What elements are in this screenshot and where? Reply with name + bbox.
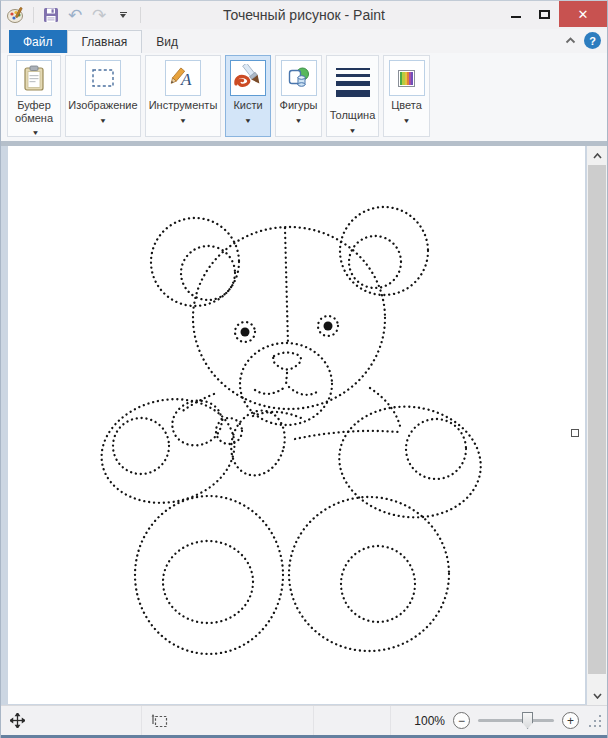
maximize-button[interactable]: [530, 1, 559, 27]
tools-icon: A: [165, 60, 201, 96]
close-button[interactable]: ✕: [559, 1, 607, 27]
chevron-up-icon: [593, 153, 602, 159]
chevron-down-icon: ▼: [32, 127, 40, 137]
zoom-level: 100%: [414, 714, 445, 728]
redo-icon: ↷: [92, 7, 106, 24]
plus-icon: +: [567, 715, 574, 727]
palette-icon: [389, 60, 425, 96]
minimize-icon: [511, 16, 521, 18]
quick-access-toolbar: ↶ ↷: [1, 5, 144, 25]
tab-home[interactable]: Главная: [67, 30, 143, 53]
group-label: Цвета▼: [389, 99, 424, 127]
shapes-icon: [281, 60, 317, 96]
selection-size-cell: [142, 706, 314, 735]
group-label: Изображение▼: [66, 99, 139, 127]
minimize-button[interactable]: [501, 1, 530, 27]
group-clipboard[interactable]: Буфер обмена▼: [7, 55, 61, 137]
zoom-slider[interactable]: [478, 712, 554, 729]
help-button[interactable]: ?: [584, 32, 601, 49]
chevron-down-icon: [120, 12, 127, 18]
title-bar: Точечный рисунок - Paint: [1, 1, 607, 29]
zoom-slider-thumb[interactable]: [522, 712, 533, 729]
collapse-ribbon-button[interactable]: [564, 37, 576, 45]
vertical-scrollbar[interactable]: [587, 146, 607, 705]
ribbon: Буфер обмена▼ Изображение▼ A: [1, 53, 607, 141]
group-line-width[interactable]: Толщина▼: [326, 55, 379, 137]
cursor-position-cell: [1, 706, 142, 735]
brush-icon: [230, 60, 266, 96]
minus-icon: −: [458, 715, 465, 727]
paint-window: Точечный рисунок - Paint: [0, 0, 608, 738]
undo-button[interactable]: ↶: [65, 5, 85, 25]
divider: [33, 7, 34, 23]
group-tools[interactable]: A Инструменты▼: [145, 55, 221, 137]
chevron-down-icon: ▼: [233, 115, 262, 125]
selection-icon: [85, 60, 121, 96]
chevron-down-icon: ▼: [68, 115, 137, 125]
save-icon: [43, 7, 59, 23]
scrollbar-thumb[interactable]: [588, 165, 606, 674]
status-bar: 100% − +: [1, 705, 607, 735]
ribbon-tab-strip: Файл Главная Вид ?: [1, 29, 607, 53]
group-label: Инструменты▼: [147, 99, 220, 127]
ribbon-controls: ?: [564, 32, 601, 49]
help-icon: ?: [589, 35, 596, 47]
scroll-down-button[interactable]: [587, 686, 607, 705]
redo-button[interactable]: ↷: [89, 5, 109, 25]
maximize-icon: [539, 10, 550, 19]
drawing-canvas[interactable]: [8, 146, 585, 704]
group-label: Буфер обмена▼: [8, 99, 60, 139]
window-controls: ✕: [501, 1, 607, 29]
tab-view[interactable]: Вид: [142, 30, 192, 53]
group-image[interactable]: Изображение▼: [65, 55, 141, 137]
canvas-resize-handle[interactable]: [571, 429, 579, 437]
line-width-icon: [336, 68, 370, 97]
group-label: Толщина▼: [328, 109, 378, 137]
divider: [140, 7, 141, 23]
group-colors[interactable]: Цвета▼: [383, 55, 430, 137]
group-label: Фигуры▼: [278, 99, 320, 127]
customize-qat-button[interactable]: [113, 5, 133, 25]
paint-logo-icon: [6, 5, 26, 25]
group-shapes[interactable]: Фигуры▼: [275, 55, 322, 137]
image-size-cell: [314, 706, 391, 735]
selection-size-icon: [151, 713, 168, 728]
chevron-down-icon: ▼: [330, 125, 376, 135]
chevron-up-icon: [565, 37, 576, 44]
chevron-down-icon: ▼: [149, 115, 218, 125]
zoom-controls: 100% − +: [414, 712, 607, 729]
save-button[interactable]: [41, 5, 61, 25]
zoom-in-button[interactable]: +: [562, 712, 579, 729]
clipboard-icon: [16, 60, 52, 96]
group-label: Кисти▼: [231, 99, 264, 127]
chevron-down-icon: ▼: [391, 115, 422, 125]
chevron-down-icon: ▼: [280, 115, 318, 125]
zoom-slider-track: [478, 719, 554, 722]
tab-file[interactable]: Файл: [9, 30, 67, 53]
zoom-out-button[interactable]: −: [453, 712, 470, 729]
undo-icon: ↶: [68, 7, 82, 24]
window-resize-grip[interactable]: [589, 715, 601, 727]
scroll-up-button[interactable]: [587, 146, 607, 165]
chevron-down-icon: [593, 693, 602, 699]
teddy-bear-drawing: [8, 146, 585, 704]
work-area: [1, 141, 607, 705]
cursor-position-icon: [10, 713, 25, 728]
close-icon: ✕: [578, 7, 589, 22]
group-brushes[interactable]: Кисти▼: [225, 55, 271, 137]
